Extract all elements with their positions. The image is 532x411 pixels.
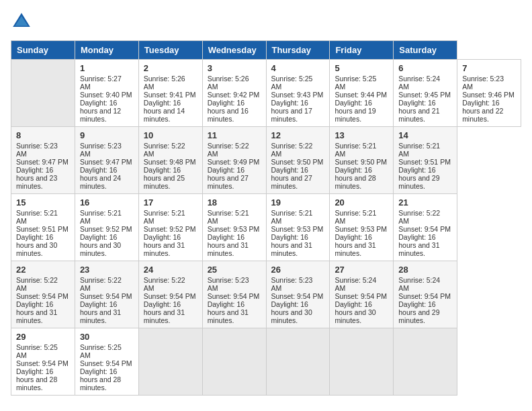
day-info: Sunrise: 5:21 AMSunset: 9:51 PMDaylight:… <box>398 142 451 190</box>
calendar-table: SundayMondayTuesdayWednesdayThursdayFrid… <box>11 40 521 396</box>
day-number: 18 <box>208 197 261 208</box>
cell-2-5: 20Sunrise: 5:21 AMSunset: 9:53 PMDayligh… <box>330 194 394 261</box>
day-info: Sunrise: 5:25 AMSunset: 9:43 PMDaylight:… <box>271 75 324 123</box>
day-number: 20 <box>335 197 388 208</box>
day-info: Sunrise: 5:24 AMSunset: 9:45 PMDaylight:… <box>398 75 451 123</box>
day-number: 12 <box>271 130 325 140</box>
day-number: 26 <box>271 265 325 275</box>
day-info: Sunrise: 5:26 AMSunset: 9:42 PMDaylight:… <box>208 75 260 123</box>
day-info: Sunrise: 5:22 AMSunset: 9:54 PMDaylight:… <box>16 276 69 324</box>
day-number: 11 <box>208 130 261 140</box>
cell-2-3: 18Sunrise: 5:21 AMSunset: 9:53 PMDayligh… <box>202 194 266 261</box>
cell-1-5: 13Sunrise: 5:21 AMSunset: 9:50 PMDayligh… <box>330 127 394 194</box>
week-row-4: 29Sunrise: 5:25 AMSunset: 9:54 PMDayligh… <box>11 328 521 396</box>
cell-2-0: 15Sunrise: 5:21 AMSunset: 9:51 PMDayligh… <box>11 194 75 261</box>
day-number: 17 <box>144 197 197 208</box>
cell-4-1: 30Sunrise: 5:25 AMSunset: 9:54 PMDayligh… <box>75 328 138 396</box>
day-number: 8 <box>16 130 70 140</box>
day-info: Sunrise: 5:22 AMSunset: 9:48 PMDaylight:… <box>144 142 196 190</box>
week-row-3: 22Sunrise: 5:22 AMSunset: 9:54 PMDayligh… <box>11 261 521 328</box>
day-info: Sunrise: 5:22 AMSunset: 9:54 PMDaylight:… <box>398 209 451 257</box>
header-sunday: Sunday <box>11 41 75 60</box>
day-info: Sunrise: 5:21 AMSunset: 9:53 PMDaylight:… <box>271 209 324 257</box>
header-tuesday: Tuesday <box>138 41 202 60</box>
day-number: 10 <box>144 130 197 140</box>
cell-0-7: 7Sunrise: 5:23 AMSunset: 9:46 PMDaylight… <box>457 60 521 127</box>
day-number: 9 <box>80 130 134 140</box>
day-info: Sunrise: 5:24 AMSunset: 9:54 PMDaylight:… <box>335 276 387 324</box>
day-number: 27 <box>335 265 388 275</box>
cell-4-4 <box>266 328 330 396</box>
day-number: 14 <box>398 130 452 140</box>
cell-0-5: 5Sunrise: 5:25 AMSunset: 9:44 PMDaylight… <box>330 60 394 127</box>
cell-3-6: 28Sunrise: 5:24 AMSunset: 9:54 PMDayligh… <box>394 261 457 328</box>
day-info: Sunrise: 5:25 AMSunset: 9:54 PMDaylight:… <box>80 343 132 392</box>
cell-2-1: 16Sunrise: 5:21 AMSunset: 9:52 PMDayligh… <box>75 194 138 261</box>
cell-2-2: 17Sunrise: 5:21 AMSunset: 9:52 PMDayligh… <box>138 194 202 261</box>
cell-0-0 <box>11 60 75 127</box>
day-info: Sunrise: 5:22 AMSunset: 9:54 PMDaylight:… <box>80 276 132 324</box>
week-row-1: 8Sunrise: 5:23 AMSunset: 9:47 PMDaylight… <box>11 127 521 194</box>
day-info: Sunrise: 5:22 AMSunset: 9:54 PMDaylight:… <box>144 276 196 324</box>
day-number: 6 <box>398 63 452 73</box>
day-info: Sunrise: 5:21 AMSunset: 9:52 PMDaylight:… <box>80 209 132 257</box>
header <box>11 11 521 32</box>
day-info: Sunrise: 5:27 AMSunset: 9:40 PMDaylight:… <box>80 75 132 123</box>
cell-1-1: 9Sunrise: 5:23 AMSunset: 9:47 PMDaylight… <box>75 127 138 194</box>
cell-3-2: 24Sunrise: 5:22 AMSunset: 9:54 PMDayligh… <box>138 261 202 328</box>
day-info: Sunrise: 5:24 AMSunset: 9:54 PMDaylight:… <box>398 276 451 324</box>
day-number: 19 <box>271 197 325 208</box>
day-info: Sunrise: 5:23 AMSunset: 9:47 PMDaylight:… <box>16 142 69 190</box>
cell-1-0: 8Sunrise: 5:23 AMSunset: 9:47 PMDaylight… <box>11 127 75 194</box>
day-info: Sunrise: 5:25 AMSunset: 9:54 PMDaylight:… <box>16 343 69 392</box>
cell-0-3: 3Sunrise: 5:26 AMSunset: 9:42 PMDaylight… <box>202 60 266 127</box>
header-thursday: Thursday <box>266 41 330 60</box>
day-info: Sunrise: 5:23 AMSunset: 9:54 PMDaylight:… <box>271 276 324 324</box>
day-info: Sunrise: 5:21 AMSunset: 9:53 PMDaylight:… <box>208 209 260 257</box>
cell-0-4: 4Sunrise: 5:25 AMSunset: 9:43 PMDaylight… <box>266 60 330 127</box>
day-number: 3 <box>208 63 261 73</box>
cell-4-5 <box>330 328 394 396</box>
day-info: Sunrise: 5:21 AMSunset: 9:53 PMDaylight:… <box>335 209 387 257</box>
cell-0-2: 2Sunrise: 5:26 AMSunset: 9:41 PMDaylight… <box>138 60 202 127</box>
day-number: 29 <box>16 332 70 342</box>
header-friday: Friday <box>330 41 394 60</box>
day-info: Sunrise: 5:21 AMSunset: 9:52 PMDaylight:… <box>144 209 196 257</box>
cell-4-3 <box>202 328 266 396</box>
week-row-0: 1Sunrise: 5:27 AMSunset: 9:40 PMDaylight… <box>11 60 521 127</box>
day-number: 25 <box>208 265 261 275</box>
week-row-2: 15Sunrise: 5:21 AMSunset: 9:51 PMDayligh… <box>11 194 521 261</box>
day-info: Sunrise: 5:23 AMSunset: 9:46 PMDaylight:… <box>462 75 515 123</box>
day-number: 5 <box>335 63 388 73</box>
day-info: Sunrise: 5:25 AMSunset: 9:44 PMDaylight:… <box>335 75 387 123</box>
day-number: 2 <box>144 63 197 73</box>
day-number: 16 <box>80 197 134 208</box>
cell-1-4: 12Sunrise: 5:22 AMSunset: 9:50 PMDayligh… <box>266 127 330 194</box>
day-number: 28 <box>398 265 452 275</box>
header-wednesday: Wednesday <box>202 41 266 60</box>
day-info: Sunrise: 5:21 AMSunset: 9:50 PMDaylight:… <box>335 142 387 190</box>
cell-2-6: 21Sunrise: 5:22 AMSunset: 9:54 PMDayligh… <box>394 194 457 261</box>
header-monday: Monday <box>75 41 138 60</box>
logo <box>11 11 35 32</box>
cell-1-6: 14Sunrise: 5:21 AMSunset: 9:51 PMDayligh… <box>394 127 457 194</box>
day-number: 7 <box>462 63 516 73</box>
day-number: 13 <box>335 130 388 140</box>
cell-0-1: 1Sunrise: 5:27 AMSunset: 9:40 PMDaylight… <box>75 60 138 127</box>
header-saturday: Saturday <box>394 41 457 60</box>
cell-4-0: 29Sunrise: 5:25 AMSunset: 9:54 PMDayligh… <box>11 328 75 396</box>
cell-4-6 <box>394 328 457 396</box>
day-number: 21 <box>398 197 452 208</box>
day-number: 23 <box>80 265 134 275</box>
day-info: Sunrise: 5:23 AMSunset: 9:47 PMDaylight:… <box>80 142 132 190</box>
cell-4-2 <box>138 328 202 396</box>
cell-1-3: 11Sunrise: 5:22 AMSunset: 9:49 PMDayligh… <box>202 127 266 194</box>
day-number: 24 <box>144 265 197 275</box>
day-info: Sunrise: 5:22 AMSunset: 9:49 PMDaylight:… <box>208 142 260 190</box>
cell-3-5: 27Sunrise: 5:24 AMSunset: 9:54 PMDayligh… <box>330 261 394 328</box>
cell-3-1: 23Sunrise: 5:22 AMSunset: 9:54 PMDayligh… <box>75 261 138 328</box>
cell-3-4: 26Sunrise: 5:23 AMSunset: 9:54 PMDayligh… <box>266 261 330 328</box>
day-info: Sunrise: 5:21 AMSunset: 9:51 PMDaylight:… <box>16 209 69 257</box>
day-number: 1 <box>80 63 134 73</box>
day-number: 22 <box>16 265 70 275</box>
